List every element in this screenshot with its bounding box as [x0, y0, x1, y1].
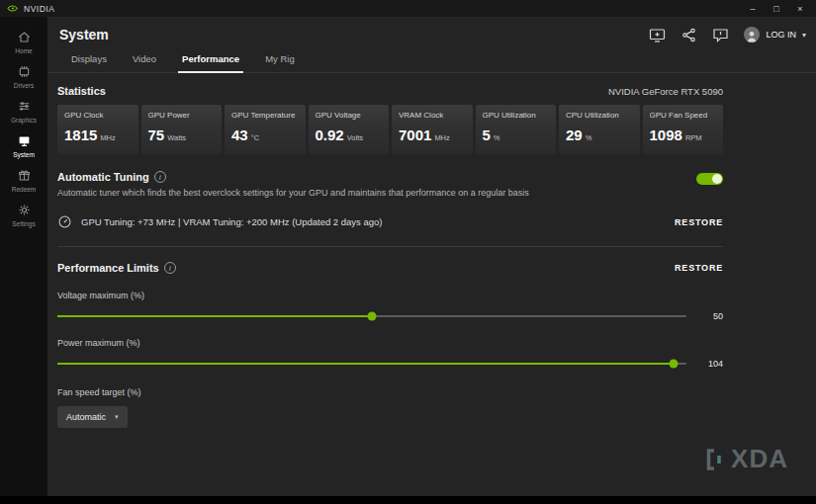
stat-value: 1815 — [64, 126, 97, 143]
xda-watermark: XDA — [704, 444, 788, 474]
voltage-slider-thumb[interactable] — [368, 312, 377, 321]
voltage-slider-label: Voltage maximum (%) — [57, 291, 723, 300]
sidebar-item-home[interactable]: Home — [0, 25, 47, 59]
stat-label: GPU Utilization — [483, 111, 550, 120]
sidebar: Home Drivers Graphics System — [0, 17, 47, 496]
sidebar-item-label: System — [13, 151, 35, 158]
sidebar-item-graphics[interactable]: Graphics — [0, 94, 47, 128]
stat-value: 7001 — [399, 126, 431, 143]
automatic-tuning-description: Automatic tuner which finds the best ove… — [57, 188, 529, 198]
stat-label: GPU Fan Speed — [650, 111, 717, 120]
home-icon — [17, 30, 32, 44]
share-icon[interactable] — [680, 28, 697, 42]
minimize-icon[interactable]: – — [741, 0, 765, 17]
toggle-knob — [712, 174, 722, 184]
statistics-heading: Statistics — [57, 85, 106, 97]
sidebar-item-settings[interactable]: Settings — [0, 198, 47, 232]
app-title: NVIDIA — [24, 4, 54, 14]
stat-label: GPU Power — [148, 111, 216, 120]
limits-restore-button[interactable]: RESTORE — [675, 263, 723, 273]
power-slider-thumb[interactable] — [670, 360, 679, 369]
stat-label: GPU Temperature — [231, 111, 299, 120]
info-icon[interactable] — [164, 262, 176, 274]
power-slider-value: 104 — [699, 359, 723, 369]
tuning-gauge-icon — [57, 214, 72, 229]
performance-content: Statistics NVIDIA GeForce RTX 5090 GPU C… — [47, 73, 723, 428]
stat-card-gpu-utilization: GPU Utilization 5% — [476, 105, 557, 154]
sidebar-item-label: Settings — [12, 220, 36, 227]
tab-bar: Displays Video Performance My Rig — [47, 46, 816, 73]
sidebar-item-label: Graphics — [11, 117, 37, 124]
stat-unit: % — [494, 133, 500, 142]
xda-logo-icon — [704, 447, 728, 472]
feedback-icon[interactable] — [712, 28, 729, 42]
stat-label: CPU Utilization — [566, 111, 633, 120]
automatic-tuning-title: Automatic Tuning — [57, 171, 149, 183]
close-icon[interactable]: × — [788, 0, 812, 17]
login-label: LOG IN — [766, 30, 796, 40]
tuning-restore-button[interactable]: RESTORE — [675, 217, 723, 227]
sidebar-item-label: Drivers — [14, 82, 35, 89]
stat-value: 5 — [483, 126, 491, 143]
titlebar-left: NVIDIA — [7, 4, 54, 14]
stat-card-gpu-fan-speed: GPU Fan Speed 1098RPM — [643, 105, 724, 154]
fan-speed-selected: Automatic — [66, 412, 106, 422]
stat-label: GPU Clock — [64, 111, 132, 120]
performance-limits-header: Performance Limits RESTORE — [57, 262, 723, 274]
gear-icon — [17, 203, 32, 217]
login-button[interactable]: LOG IN ▾ — [744, 27, 806, 42]
power-slider-label: Power maximum (%) — [57, 338, 723, 348]
tab-my-rig[interactable]: My Rig — [253, 46, 307, 72]
sidebar-item-system[interactable]: System — [0, 128, 47, 163]
gpu-name: NVIDIA GeForce RTX 5090 — [608, 86, 723, 97]
stat-cards: GPU Clock 1815MHz GPU Power 75Watts GPU … — [57, 105, 723, 154]
tab-displays[interactable]: Displays — [59, 46, 119, 72]
sidebar-item-redeem[interactable]: Redeem — [0, 163, 47, 198]
window-controls: – □ × — [741, 0, 812, 17]
voltage-slider-track[interactable] — [57, 315, 686, 317]
section-divider — [57, 246, 723, 247]
stat-card-vram-clock: VRAM Clock 7001MHz — [392, 105, 473, 154]
stat-value: 0.92 — [316, 126, 344, 143]
stat-card-gpu-clock: GPU Clock 1815MHz — [57, 105, 138, 154]
power-slider-fill — [57, 363, 674, 365]
header-actions: LOG IN ▾ — [649, 27, 806, 42]
maximize-icon[interactable]: □ — [765, 0, 788, 17]
info-icon[interactable] — [154, 171, 166, 183]
voltage-slider: 50 — [57, 311, 723, 321]
voltage-slider-fill — [57, 315, 372, 317]
redeem-icon — [17, 168, 32, 183]
tuning-status: GPU Tuning: +73 MHz | VRAM Tuning: +200 … — [81, 216, 666, 227]
titlebar: NVIDIA – □ × — [0, 0, 816, 17]
tab-video[interactable]: Video — [121, 46, 168, 72]
stat-value: 75 — [148, 126, 165, 143]
power-slider-track[interactable] — [57, 363, 686, 365]
nvidia-app-window: NVIDIA – □ × Home Drivers — [0, 0, 816, 504]
stat-value: 43 — [231, 126, 248, 143]
stat-unit: MHz — [434, 133, 449, 142]
graphics-icon — [17, 99, 32, 114]
automatic-tuning-toggle[interactable] — [696, 173, 723, 185]
fan-speed-label: Fan speed target (%) — [57, 387, 723, 397]
tab-performance[interactable]: Performance — [170, 46, 251, 72]
stat-unit: MHz — [100, 133, 115, 142]
chevron-down-icon: ▾ — [802, 31, 806, 40]
fan-speed-dropdown[interactable]: Automatic ▾ — [57, 406, 128, 428]
stat-unit: °C — [251, 133, 259, 142]
drivers-icon — [17, 64, 32, 79]
stat-label: GPU Voltage — [316, 111, 383, 120]
stat-label: VRAM Clock — [399, 111, 466, 120]
stat-value: 1098 — [650, 126, 682, 143]
performance-limits-title: Performance Limits — [57, 262, 159, 274]
overlay-icon[interactable] — [649, 28, 666, 42]
stat-unit: RPM — [685, 133, 702, 142]
sidebar-item-label: Home — [15, 47, 32, 54]
stat-card-gpu-power: GPU Power 75Watts — [141, 105, 223, 154]
sidebar-item-drivers[interactable]: Drivers — [0, 59, 47, 94]
system-icon — [17, 133, 32, 148]
xda-logo-text: XDA — [731, 444, 788, 474]
nvidia-logo-icon — [7, 4, 19, 13]
caret-down-icon: ▾ — [115, 413, 119, 421]
automatic-tuning-section: Automatic Tuning Automatic tuner which f… — [57, 171, 723, 229]
main-panel: System L — [47, 17, 816, 496]
